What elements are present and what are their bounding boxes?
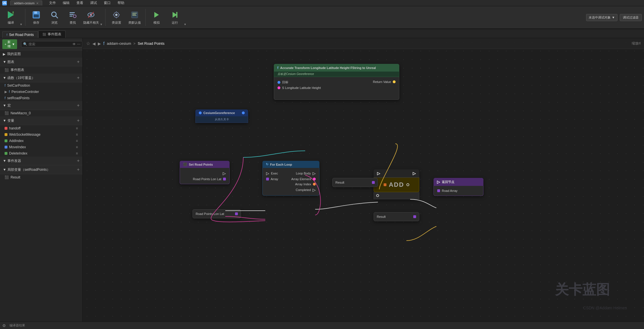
sidebar-item-setcarposition[interactable]: f SetCarPosition (0, 82, 82, 89)
hide-dropdown[interactable]: ▼ (100, 8, 103, 27)
node-result-2[interactable]: Result (374, 212, 419, 221)
sidebar-item-moveindex[interactable]: MoveIndex ≡ (0, 144, 82, 150)
sidebar-item-addindex[interactable]: AddIndex ≡ (0, 138, 82, 144)
cesium-label: CesiumGeoreference (203, 111, 235, 115)
find-button[interactable]: 查找 (64, 8, 81, 27)
run-button[interactable]: 运行 (166, 8, 183, 27)
section-macros-collapse-icon: ▼ (3, 103, 6, 107)
section-graphs-collapse-icon: ▼ (3, 60, 6, 64)
debug-filter-button[interactable]: 调试过滤器 (620, 14, 642, 21)
forward-arrow-icon[interactable]: ▶ (98, 41, 101, 46)
pin-loop-body[interactable]: Loop Body ▷ (291, 170, 316, 176)
pin-array-in[interactable]: Array (266, 176, 278, 182)
section-macros-add-button[interactable]: + (77, 103, 80, 108)
node-add[interactable]: ▷ ▷ ADD (374, 169, 419, 199)
debug-target-select[interactable]: 未选中调试对象 ▼ (586, 14, 617, 21)
tab-event-graph[interactable]: ⬛ 事件图表 (38, 31, 66, 38)
expand-icon-addindex[interactable]: ≡ (76, 139, 78, 143)
pin-exec-out-srp[interactable]: ▷ (183, 170, 226, 176)
tab-set-road-points[interactable]: f Set Road Points (2, 31, 38, 38)
compile-dropdown[interactable]: ▼ (19, 8, 23, 27)
browse-button[interactable]: 浏览 (46, 8, 63, 27)
back-arrow-icon[interactable]: ◀ (92, 41, 96, 46)
expand-icon-deleteindex[interactable]: ≡ (76, 151, 78, 155)
my-blueprints-header: + 新增 ▼ 🔍 👁 ⋯ (0, 38, 82, 50)
accurate-transform-outputs: Return Value (373, 79, 396, 97)
class-defaults-button[interactable]: 类默认值 (126, 8, 143, 27)
pin-completed[interactable]: Completed ▷ (291, 187, 316, 193)
pin-result-2[interactable]: Result (377, 214, 416, 219)
node-return[interactable]: ▷ 返回节点 Road Array (434, 178, 483, 196)
sidebar-item-websocketmessage[interactable]: WebSocketMessage ≡ (0, 131, 82, 138)
pin-array-index[interactable]: Array Index (291, 182, 316, 187)
new-button[interactable]: + 新增 ▼ (2, 39, 17, 49)
node-road-points-lon-lat[interactable]: Road Points Lon Lat (193, 209, 241, 218)
pin-array-element[interactable]: Array Element (291, 176, 316, 182)
sidebar-item-perceivecontroler[interactable]: ▶ f PerceiveControler (0, 89, 82, 95)
pin-exec-in-fel[interactable]: ▷ Exec (266, 170, 278, 176)
menu-view[interactable]: 查看 (75, 0, 84, 6)
section-graphs[interactable]: ▼ 图表 + (0, 58, 82, 66)
search-options-icon[interactable]: 👁 (72, 42, 76, 46)
node-result-1[interactable]: Result (332, 178, 378, 187)
pin-road-points-ll[interactable]: Road Points Lon Lat (196, 211, 238, 216)
tab-close-icon[interactable]: ✕ (36, 2, 39, 5)
section-variables-add-button[interactable]: + (77, 118, 80, 123)
pin-return-value[interactable]: Return Value (373, 79, 396, 84)
node-for-each-loop[interactable]: ↻ For Each Loop ▷ Exec Array Loop B (262, 161, 319, 196)
graph-area[interactable]: ☆ ◀ ▶ f addam-cesium > Set Road Points 缩… (83, 38, 644, 322)
sidebar-item-handoff[interactable]: handoff ≡ (0, 125, 82, 131)
cesium-sublabel: 从持久关卡 (195, 116, 248, 123)
class-settings-button[interactable]: 类设置 (108, 8, 125, 27)
sidebar-item-result[interactable]: ⬛ Result (0, 174, 82, 180)
simulate-button[interactable]: 模拟 (148, 8, 165, 27)
search-more-icon[interactable]: ⋯ (77, 42, 80, 46)
section-events-add-button[interactable]: + (77, 158, 80, 163)
search-input[interactable] (29, 42, 71, 46)
section-functions[interactable]: ▼ 函数（19可覆盖） + (0, 74, 82, 82)
pin-road-points-lon-lat[interactable]: Road Points Lon Lat (183, 176, 226, 182)
statusbar-label: 编译器结果 (9, 323, 25, 328)
menu-file[interactable]: 文件 (48, 0, 57, 6)
section-functions-add-button[interactable]: + (77, 75, 80, 80)
pin-result-1[interactable]: Result (335, 180, 375, 185)
run-dropdown[interactable]: ▼ (183, 8, 187, 27)
pin-add-extra[interactable] (376, 193, 417, 198)
addindex-label: AddIndex (9, 139, 24, 143)
section-local-vars[interactable]: ▼ 局部变量（setRoadPoints） + (0, 165, 82, 174)
sidebar-item-deleteindex[interactable]: DeleteIndex ≡ (0, 150, 82, 157)
compile-button[interactable]: 编译 (2, 8, 19, 27)
menu-debug[interactable]: 调试 (89, 0, 98, 6)
menu-edit[interactable]: 编辑 (62, 0, 71, 6)
node-cesium-georeference[interactable]: CesiumGeoreference 从持久关卡 (195, 109, 248, 123)
save-button[interactable]: 保存 (28, 8, 45, 27)
my-blueprints-section[interactable]: ▶ 我的蓝图 (0, 50, 82, 58)
sidebar-item-event-graph[interactable]: ⬛ 事件图表 (0, 66, 82, 74)
hide-unrelated-button[interactable]: 隐藏不相关 (82, 8, 100, 27)
pin-road-array[interactable]: Road Array (437, 188, 480, 193)
app-tab[interactable]: addam-cesium ✕ (10, 1, 42, 5)
class-settings-icon (112, 10, 121, 19)
menu-window[interactable]: 窗口 (103, 0, 112, 6)
sidebar-item-newmacro[interactable]: ⬛ NewMacro_0 (0, 110, 82, 116)
section-event-dispatchers[interactable]: ▼ 事件发器 + (0, 157, 82, 165)
class-settings-label: 类设置 (112, 21, 121, 25)
menu-help[interactable]: 帮助 (116, 0, 125, 6)
expand-icon-handoff[interactable]: ≡ (76, 126, 78, 130)
section-macros[interactable]: ▼ 宏 + (0, 101, 82, 110)
expand-icon-moveindex[interactable]: ≡ (76, 145, 78, 149)
add-text: ADD (389, 181, 404, 188)
section-localvars-label: 局部变量（setRoadPoints） (7, 167, 50, 172)
section-localvars-add-button[interactable]: + (77, 167, 80, 172)
section-graphs-add-button[interactable]: + (77, 59, 80, 64)
sidebar-item-setroadpoints[interactable]: f setRoadPoints (0, 95, 82, 101)
node-set-road-points[interactable]: ⬛ Set Road Points ▷ Road Points Lon Lat (180, 161, 230, 184)
pin-s-longitude[interactable]: S Longitude Latitude Height (278, 85, 321, 90)
pin-target[interactable]: 目标 (278, 79, 321, 85)
favorite-icon[interactable]: ☆ (86, 41, 90, 46)
section-variables[interactable]: ▼ 变量 + (0, 116, 82, 125)
save-icon (32, 10, 41, 19)
expand-icon-websocket[interactable]: ≡ (76, 133, 78, 137)
websocketmessage-label: WebSocketMessage (9, 133, 40, 137)
node-accurate-transform[interactable]: f Accurate Transform Longitude Latitude … (274, 64, 399, 100)
